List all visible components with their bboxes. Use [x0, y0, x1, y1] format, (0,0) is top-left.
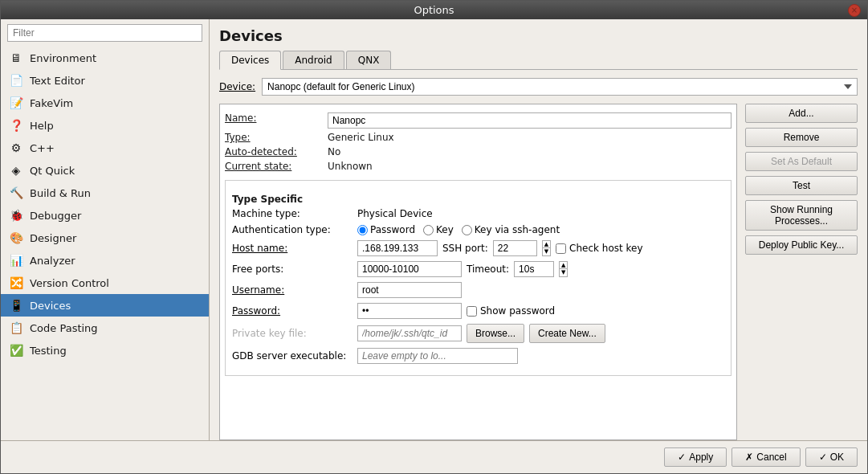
build-run-icon: 🔨	[9, 186, 23, 200]
auth-type-label: Authentication type:	[232, 224, 352, 235]
show-password-option[interactable]: Show password	[467, 305, 555, 317]
sidebar-item-help[interactable]: ❓ Help	[1, 114, 209, 137]
name-label: Name:	[225, 112, 321, 129]
auth-ssh-agent-label: Key via ssh-agent	[475, 224, 560, 235]
gdb-row: GDB server executable:	[232, 348, 724, 364]
device-selector-row: Device: Nanopc (default for Generic Linu…	[219, 78, 858, 96]
auth-key-radio[interactable]	[423, 225, 434, 235]
device-select[interactable]: Nanopc (default for Generic Linux)	[262, 78, 858, 96]
browse-button[interactable]: Browse...	[467, 324, 524, 343]
content-area: Name: Type: Generic Linux Auto-detected:…	[219, 104, 858, 440]
check-host-key-option[interactable]: Check host key	[556, 243, 642, 254]
close-button[interactable]: ×	[848, 4, 861, 17]
cancel-label: Cancel	[756, 452, 786, 463]
ssh-port-up[interactable]: ▲	[543, 241, 550, 248]
main-content: 🖥 Environment 📄 Text Editor 📝 FakeVim ❓ …	[1, 19, 867, 440]
sidebar-item-text-editor[interactable]: 📄 Text Editor	[1, 69, 209, 92]
check-host-key-label: Check host key	[569, 243, 642, 254]
password-row: Password: Show password	[232, 303, 724, 319]
sidebar-label-text-editor: Text Editor	[30, 75, 85, 87]
set-default-button[interactable]: Set As Default	[745, 152, 858, 171]
host-input[interactable]	[357, 240, 438, 256]
name-input[interactable]	[328, 112, 731, 129]
tab-android[interactable]: Android	[283, 51, 344, 69]
bottom-bar: ✓ Apply ✗ Cancel ✓ OK	[1, 440, 867, 473]
type-specific-title: Type Specific	[232, 194, 724, 205]
auth-ssh-agent-radio[interactable]	[462, 225, 472, 235]
sidebar-item-environment[interactable]: 🖥 Environment	[1, 47, 209, 69]
auth-ssh-agent-option[interactable]: Key via ssh-agent	[462, 224, 560, 235]
timeout-input[interactable]	[514, 261, 554, 277]
sidebar-item-qt-quick[interactable]: ◈ Qt Quick	[1, 159, 209, 182]
designer-icon: 🎨	[9, 231, 23, 245]
sidebar-label-build-run: Build & Run	[30, 187, 91, 199]
host-row: Host name: SSH port: ▲ ▼ Check host key	[232, 240, 724, 256]
create-new-button[interactable]: Create New...	[529, 324, 605, 343]
show-password-checkbox[interactable]	[467, 306, 477, 317]
username-input[interactable]	[357, 282, 462, 298]
sidebar-item-fakevim[interactable]: 📝 FakeVim	[1, 92, 209, 114]
ssh-port-input[interactable]	[493, 240, 537, 256]
deploy-key-button[interactable]: Deploy Public Key...	[745, 235, 858, 255]
cancel-button[interactable]: ✗ Cancel	[731, 447, 800, 467]
sidebar-item-devices[interactable]: 📱 Devices	[1, 294, 209, 317]
auth-password-option[interactable]: Password	[357, 224, 415, 235]
sidebar-item-build-run[interactable]: 🔨 Build & Run	[1, 182, 209, 204]
sidebar-label-help: Help	[30, 120, 54, 132]
add-button[interactable]: Add...	[745, 104, 858, 123]
auth-password-radio[interactable]	[357, 225, 368, 235]
sidebar-item-code-pasting[interactable]: 📋 Code Pasting	[1, 317, 209, 339]
apply-button[interactable]: ✓ Apply	[664, 447, 727, 467]
private-key-input[interactable]	[357, 325, 462, 341]
device-label: Device:	[219, 81, 255, 92]
free-ports-input[interactable]	[357, 261, 462, 277]
tab-devices[interactable]: Devices	[219, 51, 281, 70]
right-panel: Devices Devices Android QNX Device: Nano…	[210, 19, 867, 440]
show-running-button[interactable]: Show Running Processes...	[745, 200, 858, 231]
device-info-grid: Name: Type: Generic Linux Auto-detected:…	[225, 109, 731, 175]
remove-button[interactable]: Remove	[745, 128, 858, 147]
ok-label: OK	[830, 452, 844, 463]
tab-qnx[interactable]: QNX	[346, 51, 392, 69]
sidebar-item-testing[interactable]: ✅ Testing	[1, 339, 209, 362]
sidebar-item-cpp[interactable]: ⚙ C++	[1, 137, 209, 159]
password-label: Password:	[232, 305, 352, 317]
sidebar-label-analyzer: Analyzer	[30, 255, 75, 267]
auth-key-option[interactable]: Key	[423, 224, 454, 235]
type-value: Generic Linux	[328, 132, 731, 143]
private-key-row: Private key file: Browse... Create New..…	[232, 324, 724, 343]
auth-key-label: Key	[436, 224, 454, 235]
gdb-input[interactable]	[357, 348, 518, 364]
ok-button[interactable]: ✓ OK	[805, 447, 858, 467]
sidebar-item-analyzer[interactable]: 📊 Analyzer	[1, 249, 209, 272]
auto-detected-label: Auto-detected:	[225, 146, 321, 157]
ssh-port-label: SSH port:	[442, 243, 488, 254]
sidebar: 🖥 Environment 📄 Text Editor 📝 FakeVim ❓ …	[1, 19, 210, 440]
tab-bar: Devices Android QNX	[219, 51, 858, 70]
gdb-label: GDB server executable:	[232, 350, 352, 362]
options-window: Options × 🖥 Environment 📄 Text Editor 📝 …	[0, 0, 868, 474]
type-label: Type:	[225, 132, 321, 143]
cancel-icon: ✗	[745, 452, 753, 463]
password-input[interactable]	[357, 303, 462, 319]
test-button[interactable]: Test	[745, 176, 858, 195]
machine-type-row: Machine type: Physical Device	[232, 208, 724, 219]
filter-input[interactable]	[7, 24, 202, 42]
panel-title: Devices	[219, 27, 858, 44]
auth-password-label: Password	[370, 224, 415, 235]
timeout-down[interactable]: ▼	[560, 269, 567, 276]
testing-icon: ✅	[9, 343, 23, 358]
auto-detected-value: No	[328, 146, 731, 157]
environment-icon: 🖥	[9, 51, 23, 65]
titlebar: Options ×	[1, 1, 867, 19]
sidebar-item-designer[interactable]: 🎨 Designer	[1, 227, 209, 249]
free-ports-row: Free ports: Timeout: ▲ ▼	[232, 261, 724, 277]
ssh-port-down[interactable]: ▼	[543, 248, 550, 255]
check-host-key-checkbox[interactable]	[556, 243, 566, 254]
sidebar-item-version-control[interactable]: 🔀 Version Control	[1, 272, 209, 294]
sidebar-label-fakevim: FakeVim	[30, 97, 73, 109]
sidebar-item-debugger[interactable]: 🐞 Debugger	[1, 204, 209, 227]
timeout-up[interactable]: ▲	[560, 262, 567, 269]
username-row: Username:	[232, 282, 724, 298]
machine-type-label: Machine type:	[232, 208, 352, 219]
